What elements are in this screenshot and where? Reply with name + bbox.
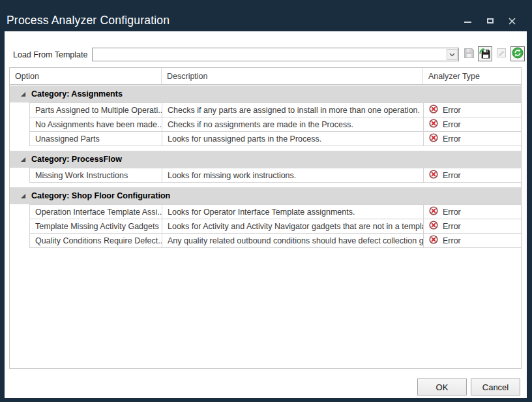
ok-button[interactable]: OK bbox=[417, 379, 467, 395]
table-row[interactable]: Operation Interface Template Assi... Loo… bbox=[30, 205, 521, 219]
error-icon bbox=[429, 104, 438, 116]
option-cell: Missing Work Instructions bbox=[30, 168, 162, 182]
analyzer-type-label: Error bbox=[443, 236, 461, 245]
table-group-processflow: Category: ProcessFlow Missing Work Instr… bbox=[10, 151, 521, 183]
analyzer-type-label: Error bbox=[443, 120, 461, 129]
table-row[interactable]: Template Missing Activity Gadgets Looks … bbox=[30, 219, 521, 234]
analyzer-type-cell: Error bbox=[424, 219, 521, 233]
group-rows: Parts Assigned to Multiple Operati... Ch… bbox=[29, 102, 521, 146]
option-cell: Unassigned Parts bbox=[30, 132, 162, 146]
titlebar: Process Analyzer Configuration bbox=[0, 0, 532, 31]
edit-template-button[interactable] bbox=[494, 46, 509, 61]
cancel-button[interactable]: Cancel bbox=[471, 379, 520, 395]
column-header-option[interactable]: Option bbox=[10, 68, 162, 84]
close-icon[interactable] bbox=[508, 17, 516, 25]
analyzer-type-cell: Error bbox=[424, 117, 521, 131]
description-cell: Checks if no assignments are made in the… bbox=[162, 117, 424, 131]
table-group-assignments: Category: Assignments Parts Assigned to … bbox=[10, 85, 521, 146]
option-cell: No Assignments have been made... bbox=[30, 117, 162, 131]
window-title: Process Analyzer Configuration bbox=[7, 14, 170, 27]
category-label: Category: ProcessFlow bbox=[31, 155, 122, 164]
option-cell: Parts Assigned to Multiple Operati... bbox=[30, 103, 162, 117]
error-icon bbox=[429, 221, 438, 232]
template-combobox[interactable] bbox=[92, 48, 459, 61]
expander-icon[interactable] bbox=[20, 91, 26, 97]
analyzer-table: Option Description Analyzer Type Categor… bbox=[9, 67, 522, 369]
window-controls bbox=[464, 16, 516, 25]
analyzer-type-cell: Error bbox=[424, 205, 521, 219]
floppy-disk-import-icon bbox=[479, 48, 491, 61]
option-cell: Operation Interface Template Assi... bbox=[30, 205, 162, 219]
analyzer-type-label: Error bbox=[443, 208, 461, 217]
category-row[interactable]: Category: ProcessFlow bbox=[10, 151, 521, 168]
column-header-description[interactable]: Description bbox=[162, 68, 423, 84]
analyzer-type-label: Error bbox=[443, 171, 461, 180]
analyzer-type-label: Error bbox=[443, 106, 461, 115]
table-row[interactable]: Quality Conditions Require Defect... Any… bbox=[30, 234, 521, 248]
load-from-template-label: Load From Template bbox=[13, 50, 87, 59]
description-cell: Checks if any parts are assigned to inst… bbox=[162, 103, 424, 117]
option-cell: Quality Conditions Require Defect... bbox=[30, 234, 162, 247]
template-combobox-input[interactable] bbox=[93, 48, 445, 61]
import-template-button[interactable] bbox=[478, 46, 492, 61]
description-cell: Looks for missing work instructions. bbox=[162, 168, 424, 182]
table-row[interactable]: Unassigned Parts Looks for unassigned pa… bbox=[30, 132, 521, 146]
minimize-icon[interactable] bbox=[464, 17, 472, 25]
option-cell: Template Missing Activity Gadgets bbox=[30, 219, 162, 233]
analyzer-type-cell: Error bbox=[424, 234, 521, 247]
description-cell: Looks for Activity and Activity Navigato… bbox=[162, 219, 424, 233]
description-cell: Looks for Operator Interface Template as… bbox=[162, 205, 424, 219]
category-row[interactable]: Category: Shop Floor Configuration bbox=[10, 187, 521, 204]
error-icon bbox=[429, 133, 438, 144]
maximize-icon[interactable] bbox=[486, 17, 494, 25]
expander-icon[interactable] bbox=[20, 193, 26, 199]
category-label: Category: Assignments bbox=[31, 89, 123, 99]
analyzer-type-label: Error bbox=[443, 134, 461, 144]
description-cell: Any quality related outbound conditions … bbox=[162, 234, 424, 247]
table-group-shop-floor-configuration: Category: Shop Floor Configuration Opera… bbox=[10, 187, 521, 248]
pencil-icon bbox=[496, 48, 507, 60]
chevron-down-icon[interactable] bbox=[447, 49, 458, 60]
dialog-content: Load From Template bbox=[5, 31, 527, 398]
toolbar-icon-buttons bbox=[462, 46, 525, 61]
refresh-button[interactable] bbox=[510, 46, 525, 61]
table-row[interactable]: Missing Work Instructions Looks for miss… bbox=[30, 168, 521, 183]
category-row[interactable]: Category: Assignments bbox=[10, 85, 521, 102]
group-rows: Missing Work Instructions Looks for miss… bbox=[29, 168, 521, 183]
save-template-button[interactable] bbox=[462, 46, 476, 61]
analyzer-type-cell: Error bbox=[424, 132, 521, 146]
table-row[interactable]: No Assignments have been made... Checks … bbox=[30, 117, 521, 132]
table-row[interactable]: Parts Assigned to Multiple Operati... Ch… bbox=[30, 103, 521, 117]
error-icon bbox=[429, 235, 438, 246]
error-icon bbox=[429, 170, 438, 181]
group-rows: Operation Interface Template Assi... Loo… bbox=[29, 204, 521, 248]
refresh-circle-icon bbox=[512, 47, 524, 61]
analyzer-type-cell: Error bbox=[424, 103, 521, 117]
analyzer-type-cell: Error bbox=[424, 168, 521, 182]
floppy-disk-icon bbox=[464, 48, 475, 61]
error-icon bbox=[429, 119, 438, 130]
error-icon bbox=[429, 206, 438, 217]
analyzer-type-label: Error bbox=[443, 222, 461, 231]
expander-icon[interactable] bbox=[20, 157, 26, 162]
column-header-analyzer-type[interactable]: Analyzer Type bbox=[423, 68, 521, 84]
description-cell: Looks for unassigned parts in the Proces… bbox=[162, 132, 424, 146]
table-header: Option Description Analyzer Type bbox=[10, 68, 521, 85]
category-label: Category: Shop Floor Configuration bbox=[31, 191, 170, 200]
